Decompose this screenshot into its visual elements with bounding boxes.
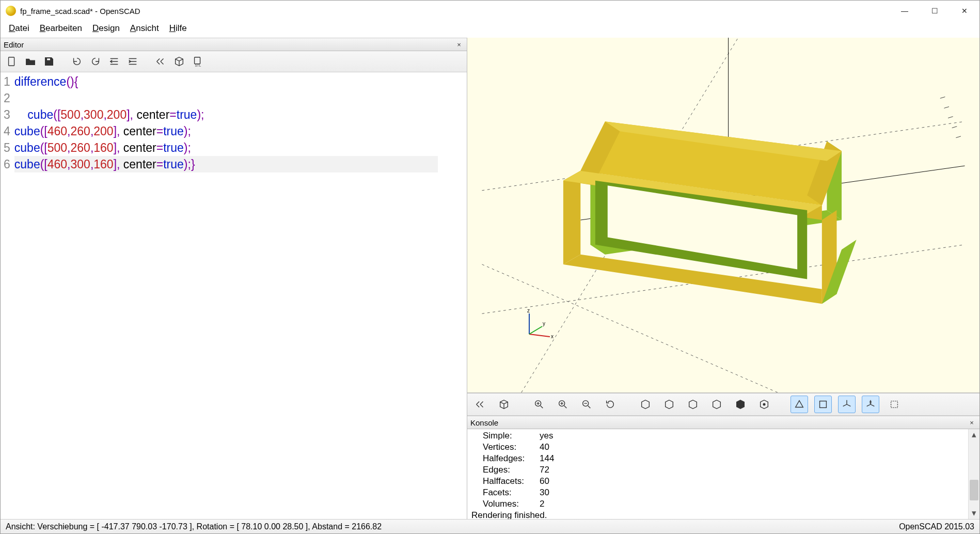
zoom-in-icon[interactable] xyxy=(554,396,572,413)
menu-datei[interactable]: Datei xyxy=(9,23,29,34)
zoom-fit-icon[interactable] xyxy=(530,396,548,413)
svg-rect-40 xyxy=(820,401,827,408)
3d-viewport[interactable]: z x y xyxy=(467,38,979,393)
preview-icon[interactable] xyxy=(153,54,168,69)
menubar: Datei Bearbeiten Design Ansicht Hilfe xyxy=(1,21,979,38)
console-row: Facets:30 xyxy=(483,487,975,498)
perspective-icon[interactable] xyxy=(791,396,808,413)
svg-line-29 xyxy=(956,136,961,138)
console-row: Volumes:2 xyxy=(483,498,975,510)
export-stl-icon[interactable]: STL xyxy=(191,54,205,69)
render-cube-icon[interactable] xyxy=(495,396,513,413)
axis-gizmo: z x y xyxy=(524,308,555,341)
unindent-icon[interactable] xyxy=(107,54,121,69)
window-controls: — ☐ ✕ xyxy=(890,1,979,21)
console-pane-title: Konsole × xyxy=(467,416,979,429)
console-output[interactable]: Simple:yesVertices:40Halfedges:144Edges:… xyxy=(467,429,979,519)
editor-toolbar: STL xyxy=(1,51,467,72)
scroll-up-icon[interactable]: ▴ xyxy=(969,429,979,441)
console-pane-close-icon[interactable]: × xyxy=(967,418,976,427)
right-pane: z x y Konsole × Simple:yesVertices:40Hal… xyxy=(467,38,979,519)
editor-pane-title: Editor × xyxy=(1,38,467,51)
svg-line-27 xyxy=(948,117,953,118)
save-file-icon[interactable] xyxy=(42,54,56,69)
orthogonal-icon[interactable] xyxy=(814,396,832,413)
console-scrollbar[interactable]: ▴ ▾ xyxy=(968,429,979,519)
close-button[interactable]: ✕ xyxy=(950,1,979,21)
view-bottom-icon[interactable] xyxy=(684,396,702,413)
console-row: Vertices:40 xyxy=(483,442,975,453)
app-icon xyxy=(6,6,16,16)
svg-rect-2 xyxy=(195,57,200,64)
editor-pane: Editor × STL 123456 difference(){ cube([… xyxy=(1,38,467,519)
open-file-icon[interactable] xyxy=(23,54,38,69)
minimize-button[interactable]: — xyxy=(890,1,920,21)
svg-line-25 xyxy=(940,97,945,99)
indent-icon[interactable] xyxy=(125,54,140,69)
redo-icon[interactable] xyxy=(88,54,103,69)
console-row: Halfedges:144 xyxy=(483,453,975,464)
preview-fast-icon[interactable] xyxy=(471,396,489,413)
view-toolbar xyxy=(467,393,979,416)
maximize-button[interactable]: ☐ xyxy=(920,1,950,21)
view-right-icon[interactable] xyxy=(637,396,654,413)
editor-pane-close-icon[interactable]: × xyxy=(454,40,464,49)
rotate-reset-icon[interactable] xyxy=(602,396,619,413)
show-axes-icon[interactable] xyxy=(838,396,856,413)
svg-rect-41 xyxy=(891,401,898,408)
show-crosshair-icon[interactable] xyxy=(886,396,903,413)
svg-text:z: z xyxy=(527,308,530,313)
undo-icon[interactable] xyxy=(70,54,84,69)
render-icon[interactable] xyxy=(172,54,186,69)
svg-text:y: y xyxy=(543,321,545,326)
console-row: Halffacets:60 xyxy=(483,476,975,487)
svg-line-26 xyxy=(944,107,949,108)
scroll-down-icon[interactable]: ▾ xyxy=(969,508,979,519)
line-gutter: 123456 xyxy=(1,72,13,519)
svg-rect-1 xyxy=(46,58,50,61)
console-row: Simple:yes xyxy=(483,430,975,442)
svg-marker-14 xyxy=(563,171,580,264)
view-diag-icon[interactable] xyxy=(732,396,749,413)
svg-point-39 xyxy=(763,403,765,405)
view-top-icon[interactable] xyxy=(660,396,678,413)
statusbar-view: Ansicht: Verschiebung = [ -417.37 790.03… xyxy=(6,522,382,531)
console-final-line: Rendering finished. xyxy=(471,510,975,519)
window-title: fp_frame_scad.scad* - OpenSCAD xyxy=(20,7,140,15)
editor-pane-label: Editor xyxy=(4,40,24,49)
zoom-out-icon[interactable] xyxy=(578,396,595,413)
svg-rect-0 xyxy=(9,57,14,66)
view-left-icon[interactable] xyxy=(708,396,725,413)
menu-ansicht[interactable]: Ansicht xyxy=(130,23,159,34)
statusbar: Ansicht: Verschiebung = [ -417.37 790.03… xyxy=(1,519,979,533)
code-area[interactable]: difference(){ cube([500,300,200], center… xyxy=(13,72,438,519)
menu-design[interactable]: Design xyxy=(92,23,120,34)
show-scale-icon[interactable] xyxy=(862,396,879,413)
new-file-icon[interactable] xyxy=(5,54,19,69)
menu-hilfe[interactable]: Hilfe xyxy=(169,23,187,34)
console-row: Edges:72 xyxy=(483,464,975,476)
svg-text:x: x xyxy=(551,334,554,339)
scroll-thumb[interactable] xyxy=(970,480,978,500)
view-center-icon[interactable] xyxy=(755,396,773,413)
svg-line-31 xyxy=(529,334,550,337)
svg-text:STL: STL xyxy=(195,64,201,67)
console-pane: Konsole × Simple:yesVertices:40Halfedges… xyxy=(467,416,979,519)
code-editor[interactable]: 123456 difference(){ cube([500,300,200],… xyxy=(1,72,467,519)
svg-line-28 xyxy=(952,127,957,128)
menu-bearbeiten[interactable]: Bearbeiten xyxy=(40,23,82,34)
titlebar: fp_frame_scad.scad* - OpenSCAD — ☐ ✕ xyxy=(1,1,979,21)
statusbar-version: OpenSCAD 2015.03 xyxy=(899,522,974,531)
svg-line-32 xyxy=(529,326,542,334)
console-pane-label: Konsole xyxy=(470,418,498,427)
